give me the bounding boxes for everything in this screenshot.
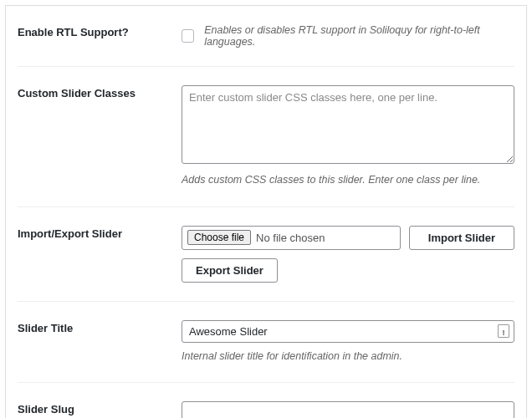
rtl-label: Enable RTL Support?	[18, 24, 182, 38]
row-slider-slug: Slider Slug Unique internal slider slug …	[18, 383, 514, 418]
custom-classes-textarea[interactable]	[182, 85, 514, 164]
slider-title-input[interactable]	[182, 320, 514, 343]
settings-panel: Enable RTL Support? Enables or disables …	[5, 5, 527, 418]
alert-icon	[498, 324, 509, 338]
custom-classes-helper: Adds custom CSS classes to this slider. …	[182, 173, 514, 188]
choose-file-button[interactable]: Choose file	[187, 230, 251, 245]
file-chosen-status: No file chosen	[256, 232, 325, 244]
rtl-helper: Enables or disables RTL support in Solil…	[204, 24, 514, 48]
row-import-export: Import/Export Slider Choose file No file…	[18, 207, 514, 302]
rtl-checkbox[interactable]	[182, 29, 194, 43]
row-custom-classes: Custom Slider Classes Adds custom CSS cl…	[18, 67, 514, 207]
import-export-label: Import/Export Slider	[18, 226, 182, 240]
export-slider-button[interactable]: Export Slider	[182, 258, 278, 283]
row-rtl-support: Enable RTL Support? Enables or disables …	[18, 6, 514, 67]
slider-slug-label: Slider Slug	[18, 401, 182, 415]
custom-classes-label: Custom Slider Classes	[18, 85, 182, 99]
slider-title-helper: Internal slider title for identification…	[182, 349, 514, 364]
slider-slug-input[interactable]	[182, 401, 514, 418]
import-slider-button[interactable]: Import Slider	[409, 226, 514, 250]
slider-title-label: Slider Title	[18, 320, 182, 334]
file-input-box[interactable]: Choose file No file chosen	[182, 226, 401, 250]
row-slider-title: Slider Title Internal slider title for i…	[18, 302, 514, 384]
